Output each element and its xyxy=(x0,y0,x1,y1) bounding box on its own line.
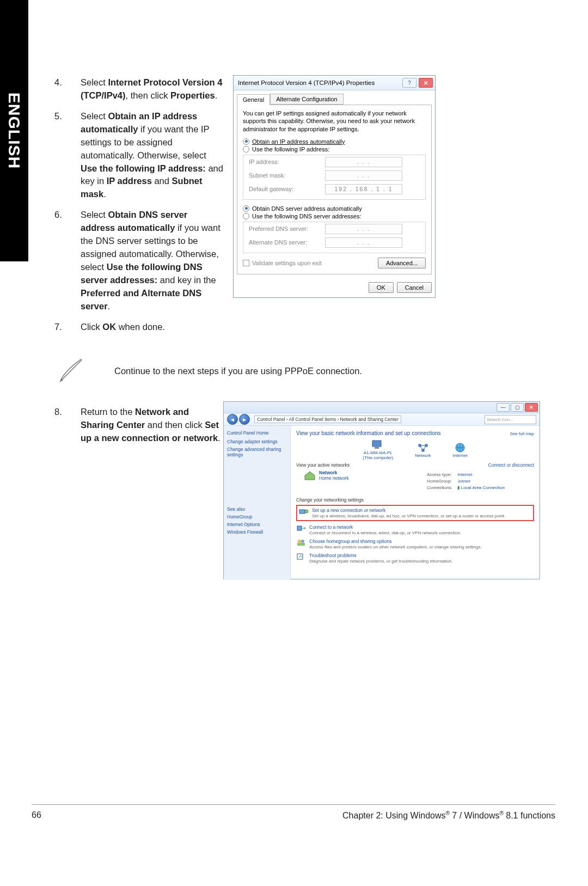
radio-label: Use the following DNS server addresses: xyxy=(252,213,362,219)
checkbox-validate-on-exit[interactable]: Validate settings upon exit xyxy=(243,260,322,266)
window-navbar: ◄ ► Control Panel › All Control Panel It… xyxy=(224,413,540,426)
close-icon[interactable]: ✕ xyxy=(525,403,538,412)
text: Return to the xyxy=(81,407,135,417)
sidebar-homegroup[interactable]: HomeGroup xyxy=(227,514,287,520)
nav-back-icon[interactable]: ◄ xyxy=(227,414,238,425)
dialog-titlebar: Internet Protocol Version 4 (TCP/IPv4) P… xyxy=(234,76,435,90)
text: . xyxy=(108,301,111,311)
text: Select xyxy=(81,111,108,121)
step-6: 6. Select Obtain DNS server address auto… xyxy=(54,209,223,313)
detail-value[interactable]: Joined xyxy=(457,479,470,484)
language-sidebar: ENGLISH xyxy=(0,0,28,261)
task-description: Connect or reconnect to a wireless, wire… xyxy=(309,530,461,535)
radio-obtain-ip-auto[interactable]: Obtain an IP address automatically xyxy=(243,138,426,145)
network-name: Network xyxy=(319,470,338,475)
page: ENGLISH 4. Select Internet Protocol Vers… xyxy=(0,0,588,886)
sidebar-change-sharing[interactable]: Change advanced sharing settings xyxy=(227,447,287,457)
homegroup-icon xyxy=(296,539,306,546)
task-title: Troubleshoot problems xyxy=(309,553,357,558)
svg-rect-6 xyxy=(299,510,305,514)
step-4: 4. Select Internet Protocol Version 4 (T… xyxy=(54,76,223,102)
checkbox-label: Validate settings upon exit xyxy=(252,260,322,266)
nsc-sidebar: Control Panel Home Change adapter settin… xyxy=(224,426,291,580)
radio-obtain-dns-auto[interactable]: Obtain DNS server address automatically xyxy=(243,205,426,212)
text: Select xyxy=(81,210,108,219)
close-icon[interactable]: ✕ xyxy=(419,78,433,88)
step-number: 8. xyxy=(54,406,81,445)
dns-fields-group: Preferred DNS server: . . . Alternate DN… xyxy=(243,222,426,253)
node-label: Network xyxy=(415,453,431,458)
minimize-icon[interactable]: — xyxy=(497,403,510,412)
dialog-intro-text: You can get IP settings assigned automat… xyxy=(243,109,426,133)
nsc-heading: View your basic network information and … xyxy=(296,430,534,436)
step-8-column: 8. Return to the Network and Sharing Cen… xyxy=(54,406,223,453)
step-number: 7. xyxy=(54,321,81,334)
tab-general[interactable]: General xyxy=(237,94,270,105)
sidebar-home-link[interactable]: Control Panel Home xyxy=(227,430,287,436)
checkbox-box-icon xyxy=(243,260,249,266)
input-default-gateway[interactable]: 192 . 168 . 1 . 1 xyxy=(325,184,402,194)
maximize-icon[interactable]: ▢ xyxy=(511,403,524,412)
detail-value[interactable]: Local Area Connection xyxy=(461,485,505,490)
sidebar-change-adapter[interactable]: Change adapter settings xyxy=(227,439,287,444)
radio-dot-icon xyxy=(243,205,249,212)
radio-label: Obtain DNS server address automatically xyxy=(252,205,362,212)
text: . xyxy=(215,90,218,100)
search-input[interactable]: Search Con... xyxy=(485,415,536,424)
pencil-icon xyxy=(54,357,87,385)
task-title: Set up a new connection or network xyxy=(312,508,385,513)
network-details: Access type: Internet HomeGroup: Joined … xyxy=(427,472,505,491)
bold-text: Use the following IP address: xyxy=(81,163,206,173)
sidebar-internet-options[interactable]: Internet Options xyxy=(227,522,287,527)
connect-network-icon xyxy=(296,524,306,532)
input-subnet-mask[interactable]: . . . xyxy=(325,170,402,181)
task-title: Choose homegroup and sharing options xyxy=(309,539,391,544)
task-description: Set up a wireless, broadband, dial-up, a… xyxy=(312,514,505,518)
chapter-title: Chapter 2: Using Windows® 7 / Windows® 8… xyxy=(342,810,555,821)
ip-fields-group: IP address: . . . Subnet mask: . . . Def… xyxy=(243,155,426,200)
step-number: 6. xyxy=(54,209,81,313)
radio-use-following-dns[interactable]: Use the following DNS server addresses: xyxy=(243,213,426,219)
task-setup-new-connection[interactable]: Set up a new connection or network Set u… xyxy=(296,505,534,521)
text: and key in the xyxy=(157,275,216,285)
cancel-button[interactable]: Cancel xyxy=(397,282,432,293)
change-settings-header: Change your networking settings xyxy=(296,497,534,503)
input-ip-address[interactable]: . . . xyxy=(325,157,402,167)
radio-dot-icon xyxy=(243,146,249,152)
home-network-icon xyxy=(304,471,316,480)
tab-alternate-configuration[interactable]: Alternate Configuration xyxy=(270,94,344,105)
task-homegroup-sharing[interactable]: Choose homegroup and sharing options Acc… xyxy=(296,539,534,549)
registered-symbol: ® xyxy=(445,810,449,816)
ok-button[interactable]: OK xyxy=(369,282,394,293)
text: Select xyxy=(81,77,108,87)
text: and then click xyxy=(145,420,205,430)
help-icon[interactable]: ? xyxy=(402,78,416,88)
network-type-link[interactable]: Home network xyxy=(319,475,349,481)
input-preferred-dns[interactable]: . . . xyxy=(325,224,402,234)
svg-rect-1 xyxy=(375,447,379,449)
bold-text: OK xyxy=(102,322,116,332)
svg-point-7 xyxy=(305,510,308,513)
task-connect-to-network[interactable]: Connect to a network Connect or reconnec… xyxy=(296,524,534,535)
see-full-map-link[interactable]: See full map xyxy=(510,431,534,436)
task-description: Diagnose and repair network problems, or… xyxy=(309,559,452,564)
nav-forward-icon[interactable]: ► xyxy=(239,414,250,425)
language-label: ENGLISH xyxy=(5,93,23,169)
task-description: Access files and printers located on oth… xyxy=(309,545,482,549)
detail-label: Access type: xyxy=(427,472,456,478)
task-troubleshoot[interactable]: Troubleshoot problems Diagnose and repai… xyxy=(296,553,534,564)
breadcrumb[interactable]: Control Panel › All Control Panel Items … xyxy=(254,415,401,423)
radio-dot-icon xyxy=(243,213,249,219)
node-sublabel: (This computer) xyxy=(363,455,393,460)
connect-disconnect-link[interactable]: Connect or disconnect xyxy=(488,462,534,468)
node-internet: Internet xyxy=(453,442,468,458)
label-alternate-dns: Alternate DNS server: xyxy=(249,239,325,246)
globe-icon xyxy=(454,442,467,453)
radio-dot-icon xyxy=(243,138,249,145)
sidebar-windows-firewall[interactable]: Windows Firewall xyxy=(227,529,287,535)
input-alternate-dns[interactable]: . . . xyxy=(325,237,402,248)
radio-use-following-ip[interactable]: Use the following IP address: xyxy=(243,146,426,152)
advanced-button[interactable]: Advanced... xyxy=(378,258,426,268)
sidebar-seealso-header: See also xyxy=(227,506,287,512)
step-8: 8. Return to the Network and Sharing Cen… xyxy=(54,406,223,445)
